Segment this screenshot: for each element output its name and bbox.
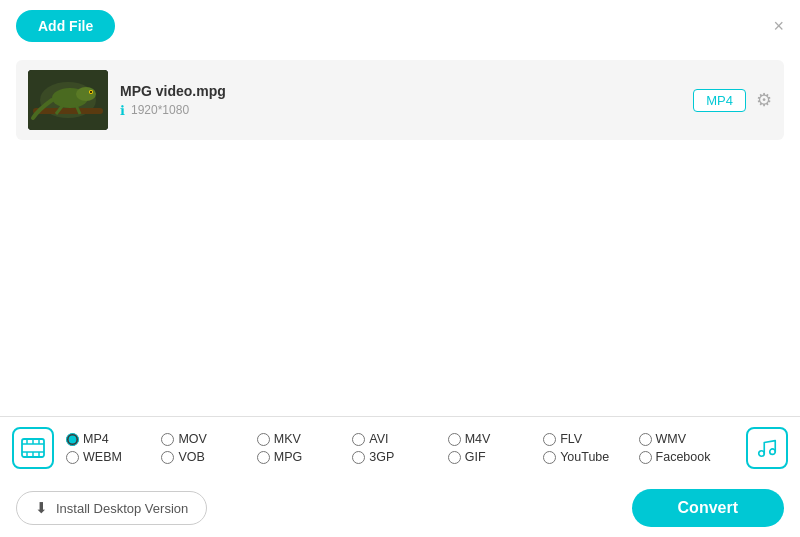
- add-file-button[interactable]: Add File: [16, 10, 115, 42]
- format-option-mpg[interactable]: MPG: [257, 450, 352, 464]
- svg-point-7: [90, 91, 92, 93]
- radio-mp4[interactable]: [66, 433, 79, 446]
- radio-mpg[interactable]: [257, 451, 270, 464]
- format-option-3gp[interactable]: 3GP: [352, 450, 447, 464]
- file-meta: ℹ 1920*1080: [120, 103, 681, 118]
- download-icon: ⬇: [35, 499, 48, 517]
- file-actions: MP4 ⚙: [693, 89, 772, 112]
- radio-webm[interactable]: [66, 451, 79, 464]
- info-icon: ℹ: [120, 103, 125, 118]
- file-list: MPG video.mpg ℹ 1920*1080 MP4 ⚙: [0, 52, 800, 148]
- convert-button[interactable]: Convert: [632, 489, 784, 527]
- radio-mkv[interactable]: [257, 433, 270, 446]
- radio-flv[interactable]: [543, 433, 556, 446]
- radio-youtube[interactable]: [543, 451, 556, 464]
- file-item: MPG video.mpg ℹ 1920*1080 MP4 ⚙: [16, 60, 784, 140]
- svg-point-19: [759, 451, 765, 457]
- format-option-mp4[interactable]: MP4: [66, 432, 161, 446]
- install-desktop-button[interactable]: ⬇ Install Desktop Version: [16, 491, 207, 525]
- file-thumbnail: [28, 70, 108, 130]
- format-option-youtube[interactable]: YouTube: [543, 450, 638, 464]
- format-option-facebook[interactable]: Facebook: [639, 450, 734, 464]
- empty-area: [0, 148, 800, 378]
- close-button[interactable]: ×: [773, 17, 784, 35]
- radio-wmv[interactable]: [639, 433, 652, 446]
- video-format-icon[interactable]: [12, 427, 54, 469]
- action-bar: ⬇ Install Desktop Version Convert: [0, 479, 800, 537]
- radio-vob[interactable]: [161, 451, 174, 464]
- format-option-mkv[interactable]: MKV: [257, 432, 352, 446]
- file-info: MPG video.mpg ℹ 1920*1080: [120, 83, 681, 118]
- format-option-gif[interactable]: GIF: [448, 450, 543, 464]
- format-badge-button[interactable]: MP4: [693, 89, 746, 112]
- install-label: Install Desktop Version: [56, 501, 188, 516]
- format-option-webm[interactable]: WEBM: [66, 450, 161, 464]
- format-option-vob[interactable]: VOB: [161, 450, 256, 464]
- file-resolution: 1920*1080: [131, 103, 189, 117]
- file-name: MPG video.mpg: [120, 83, 681, 99]
- radio-3gp[interactable]: [352, 451, 365, 464]
- format-option-wmv[interactable]: WMV: [639, 432, 734, 446]
- bottom-panel: MP4 MOV MKV AVI M4V FLV WMV WEB: [0, 416, 800, 537]
- radio-facebook[interactable]: [639, 451, 652, 464]
- audio-format-icon[interactable]: [746, 427, 788, 469]
- svg-point-20: [770, 449, 776, 455]
- radio-avi[interactable]: [352, 433, 365, 446]
- format-options-grid: MP4 MOV MKV AVI M4V FLV WMV WEB: [62, 432, 738, 464]
- format-option-m4v[interactable]: M4V: [448, 432, 543, 446]
- format-option-avi[interactable]: AVI: [352, 432, 447, 446]
- svg-point-5: [76, 87, 96, 101]
- format-option-flv[interactable]: FLV: [543, 432, 638, 446]
- settings-icon[interactable]: ⚙: [756, 89, 772, 111]
- radio-gif[interactable]: [448, 451, 461, 464]
- format-bar: MP4 MOV MKV AVI M4V FLV WMV WEB: [0, 417, 800, 479]
- radio-m4v[interactable]: [448, 433, 461, 446]
- top-bar: Add File ×: [0, 0, 800, 52]
- format-option-mov[interactable]: MOV: [161, 432, 256, 446]
- radio-mov[interactable]: [161, 433, 174, 446]
